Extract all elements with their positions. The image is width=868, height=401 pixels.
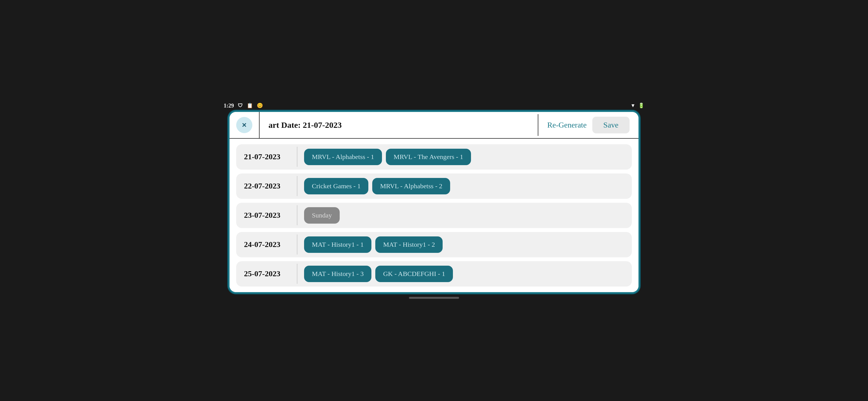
event-tag[interactable]: MAT - History1 - 3 [304,266,371,282]
date-cell: 21-07-2023 [236,147,298,167]
device-frame: × art Date: 21-07-2023 Re-Generate Save … [228,111,640,293]
events-cell: MAT - History1 - 3GK - ABCDEFGHI - 1 [298,261,632,287]
date-cell: 23-07-2023 [236,205,298,225]
event-tag[interactable]: GK - ABCDEFGHI - 1 [375,266,453,282]
save-button[interactable]: Save [592,117,629,134]
date-cell: 25-07-2023 [236,264,298,284]
wifi-icon: ▼ [630,103,636,109]
schedule-row: 23-07-2023Sunday [236,203,632,228]
battery-icon: 🔋 [638,103,644,109]
regenerate-button[interactable]: Re-Generate [547,121,586,130]
time-display: 1:29 [224,103,234,109]
schedule-row: 24-07-2023MAT - History1 - 1MAT - Histor… [236,232,632,257]
event-tag[interactable]: MRVL - The Avengers - 1 [386,149,471,165]
toolbar-actions: Re-Generate Save [538,112,639,138]
events-cell: MAT - History1 - 1MAT - History1 - 2 [298,232,632,257]
events-cell: MRVL - Alphabetss - 1MRVL - The Avengers… [298,144,632,170]
date-cell: 24-07-2023 [236,234,298,255]
event-tag[interactable]: MRVL - Alphabetss - 2 [372,178,450,194]
close-btn-wrap: × [229,112,259,138]
face-icon: 😊 [257,103,263,109]
close-icon: × [242,121,247,130]
schedule-list: 21-07-2023MRVL - Alphabetss - 1MRVL - Th… [229,139,639,292]
shield-icon: 🛡 [238,103,243,109]
event-tag[interactable]: MAT - History1 - 2 [375,236,443,253]
event-tag[interactable]: Cricket Games - 1 [304,178,368,194]
event-tag[interactable]: MRVL - Alphabetss - 1 [304,149,382,165]
home-bar [409,297,459,299]
home-indicator [0,293,868,300]
status-bar: 1:29 🛡 📋 😊 ▼ 🔋 [217,101,651,111]
date-cell: 22-07-2023 [236,176,298,196]
sim-icon: 📋 [247,103,253,109]
toolbar-title: art Date: 21-07-2023 [259,114,538,136]
events-cell: Sunday [298,203,632,228]
event-tag[interactable]: Sunday [304,207,340,224]
toolbar: × art Date: 21-07-2023 Re-Generate Save [229,112,639,139]
events-cell: Cricket Games - 1MRVL - Alphabetss - 2 [298,173,632,199]
schedule-row: 22-07-2023Cricket Games - 1MRVL - Alphab… [236,173,632,199]
event-tag[interactable]: MAT - History1 - 1 [304,236,371,253]
close-button[interactable]: × [236,117,252,133]
schedule-row: 25-07-2023MAT - History1 - 3GK - ABCDEFG… [236,261,632,287]
schedule-row: 21-07-2023MRVL - Alphabetss - 1MRVL - Th… [236,144,632,170]
